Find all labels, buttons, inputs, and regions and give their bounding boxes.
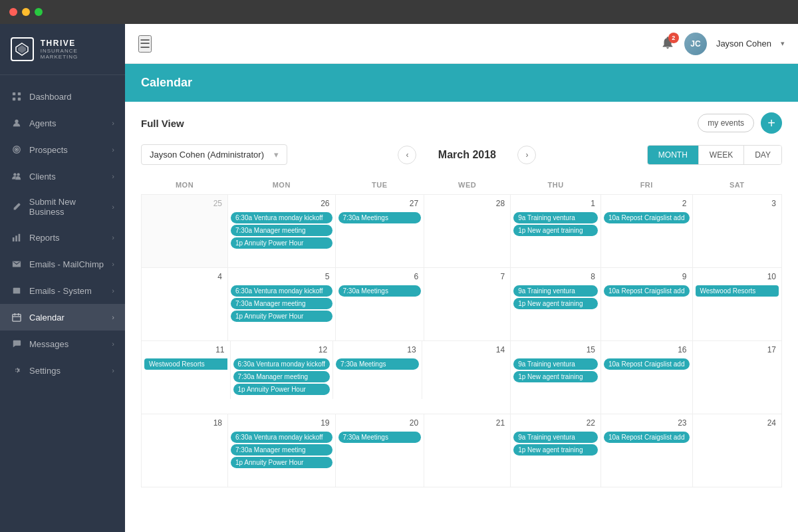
calendar-cell-19: 19 6:30a Ventura monday kickoff 7:30a Ma… (228, 414, 336, 487)
close-button[interactable] (9, 8, 17, 16)
sidebar-item-settings[interactable]: Settings › (0, 357, 125, 384)
svg-rect-12 (13, 237, 15, 241)
event-chip[interactable]: 7:30a Manager meeting (231, 225, 332, 236)
calendar-cell-6: 6 7:30a Meetings (335, 268, 424, 341)
event-chip[interactable]: 7:30a Manager meeting (231, 298, 332, 309)
logo-icon (11, 37, 34, 61)
event-chip[interactable]: 9a Training ventura (513, 432, 598, 443)
event-chip[interactable]: 7:30a Meetings (338, 432, 422, 443)
day-number: 12 (233, 344, 331, 357)
event-chip[interactable]: 7:30a Meetings (338, 212, 422, 223)
add-event-button[interactable]: + (761, 112, 782, 134)
sidebar-label-emails-system: Emails - System (29, 286, 92, 296)
event-chip[interactable]: 6:30a Ventura monday kickoff (233, 358, 331, 370)
event-chip[interactable]: 9a Training ventura (513, 358, 598, 370)
sidebar-item-messages[interactable]: Messages › (0, 331, 125, 357)
sidebar-item-dashboard[interactable]: Dashboard (0, 83, 125, 110)
day-number: 15 (513, 344, 598, 357)
event-chip[interactable]: 6:30a Ventura monday kickoff (231, 285, 332, 297)
day-number: 1 (513, 198, 598, 211)
event-chip[interactable]: 1p New agent training (513, 225, 598, 236)
view-label: Full View (141, 118, 184, 129)
settings-icon (11, 364, 23, 376)
grid-icon (11, 90, 23, 102)
week-view-button[interactable]: WEEK (699, 146, 744, 164)
next-month-button[interactable]: › (517, 146, 536, 164)
col-header-wed: WED (424, 176, 511, 195)
calendar-cell-10: 10 Westwood Resorts (692, 268, 782, 341)
maximize-button[interactable] (35, 8, 43, 16)
notification-badge: 2 (668, 33, 679, 43)
notifications-button[interactable]: 2 (660, 35, 675, 53)
sidebar-item-submit-new-business[interactable]: Submit New Business › (0, 190, 125, 224)
minimize-button[interactable] (22, 8, 30, 16)
event-chip[interactable]: 9a Training ventura (513, 285, 598, 297)
event-chip[interactable]: 10a Repost Craigslist add (604, 358, 690, 370)
svg-point-9 (16, 149, 17, 150)
logo-subtitle: INSURANCE MARKETING (41, 48, 114, 60)
day-number: 10 (696, 271, 779, 284)
sidebar-item-prospects[interactable]: Prospects › (0, 136, 125, 163)
view-toggle: MONTH WEEK DAY (647, 145, 782, 165)
month-view-button[interactable]: MONTH (648, 146, 699, 164)
event-chip[interactable]: 10a Repost Craigslist add (604, 285, 690, 297)
event-chip[interactable]: 1p New agent training (513, 444, 598, 456)
event-chip[interactable]: 1p Annuity Power Hour (231, 311, 332, 322)
calendar-filter-select[interactable]: Jayson Cohen (Administrator) ▾ (141, 144, 287, 165)
day-number: 13 (336, 344, 419, 357)
event-chip[interactable]: 7:30a Manager meeting (233, 371, 331, 382)
calendar-navigation: Jayson Cohen (Administrator) ▾ ‹ March 2… (141, 144, 782, 165)
chevron-right-icon: › (112, 233, 114, 241)
users-icon (11, 170, 23, 182)
event-chip[interactable]: 6:30a Ventura monday kickoff (231, 432, 332, 443)
day-number: 9 (604, 271, 690, 284)
svg-marker-1 (18, 45, 26, 53)
sidebar-item-calendar[interactable]: Calendar › (0, 304, 125, 331)
prev-month-button[interactable]: ‹ (398, 146, 416, 164)
chevron-right-icon: › (112, 119, 114, 127)
calendar-cell-2: 2 10a Repost Craigslist add (600, 195, 692, 268)
col-header-mon2: MON (228, 176, 336, 195)
logo-text: THRIVE (41, 39, 114, 48)
event-chip-westwood[interactable]: Westwood Resorts (696, 285, 779, 297)
col-header-thu: THU (511, 176, 601, 195)
event-chip-westwood-span[interactable]: Westwood Resorts (144, 358, 227, 370)
event-chip[interactable]: 6:30a Ventura monday kickoff (231, 212, 332, 223)
svg-point-10 (13, 173, 16, 176)
calendar-cell-24: 24 (692, 414, 782, 487)
calendar-cell-23: 23 10a Repost Craigslist add (600, 414, 692, 487)
day-number: 28 (427, 198, 507, 211)
event-chip[interactable]: 9a Training ventura (513, 212, 598, 223)
event-chip[interactable]: 1p New agent training (513, 298, 598, 309)
event-chip[interactable]: 10a Repost Craigslist add (604, 432, 690, 443)
event-chip[interactable]: 7:30a Meetings (336, 358, 419, 370)
sidebar-item-agents[interactable]: Agents › (0, 110, 125, 136)
target-icon (11, 144, 23, 156)
avatar: JC (684, 33, 707, 55)
event-chip[interactable]: 7:30a Manager meeting (231, 444, 332, 456)
day-number: 20 (338, 417, 422, 430)
sidebar-item-reports[interactable]: Reports › (0, 224, 125, 251)
sidebar-item-clients[interactable]: Clients › (0, 163, 125, 190)
day-view-button[interactable]: DAY (744, 146, 781, 164)
event-chip[interactable]: 10a Repost Craigslist add (604, 212, 690, 223)
day-number: 7 (427, 271, 507, 284)
calendar-week-4: 18 19 6:30a Ventura monday kickoff 7:30a… (142, 414, 782, 487)
menu-toggle-button[interactable]: ☰ (138, 35, 152, 53)
chevron-right-icon: › (112, 146, 114, 154)
event-chip[interactable]: 1p Annuity Power Hour (231, 237, 332, 249)
sidebar-item-emails-mailchimp[interactable]: Emails - MailChimp › (0, 251, 125, 277)
sidebar-item-emails-system[interactable]: Emails - System › (0, 277, 125, 304)
chevron-right-icon: › (112, 340, 114, 348)
top-header: ☰ 2 JC Jayson Cohen ▾ (125, 24, 798, 64)
sidebar-label-settings: Settings (29, 366, 61, 376)
event-chip[interactable]: 1p Annuity Power Hour (233, 384, 331, 395)
event-chip[interactable]: 1p New agent training (513, 371, 598, 382)
my-events-button[interactable]: my events (698, 114, 754, 132)
event-chip[interactable]: 7:30a Meetings (338, 285, 422, 297)
day-number: 2 (604, 198, 690, 211)
user-menu-button[interactable]: ▾ (781, 39, 785, 48)
event-chip[interactable]: 1p Annuity Power Hour (231, 457, 332, 468)
col-header-fri: FRI (600, 176, 692, 195)
svg-rect-14 (19, 234, 21, 241)
